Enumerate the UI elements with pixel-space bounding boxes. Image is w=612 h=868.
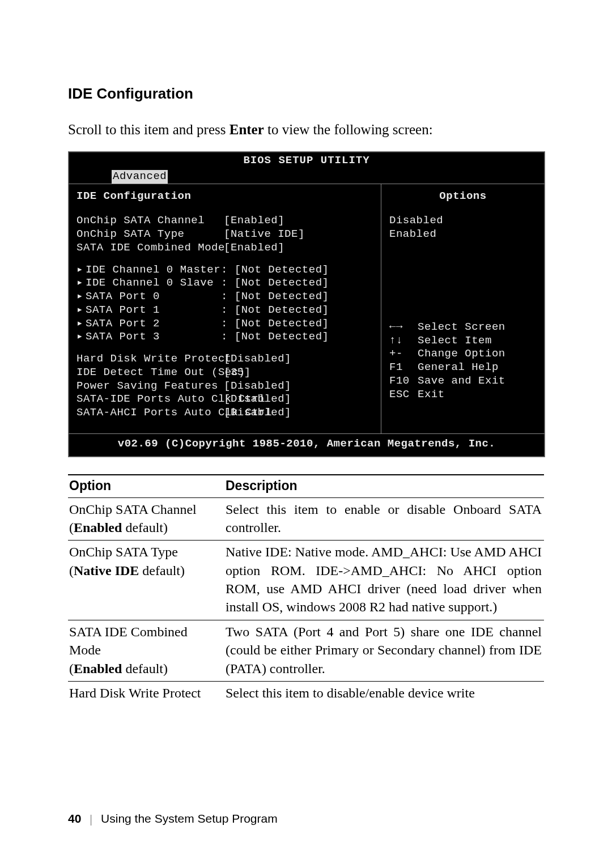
bios-setting-value: [Enabled] <box>224 241 284 255</box>
bios-device-row[interactable]: ▸IDE Channel 0 Master: [Not Detected] <box>76 263 373 277</box>
option-name: Hard Disk Write Protect <box>69 686 201 700</box>
bios-setting-row[interactable]: SATA-IDE Ports Auto Clk Ctrl[Disabled] <box>76 393 373 406</box>
bios-action-label: Change Option <box>418 347 505 361</box>
bios-setting-value: [35] <box>224 366 251 380</box>
bios-action-row: ←→Select Screen <box>389 321 537 334</box>
bios-setting-row[interactable]: OnChip SATA Type[Native IDE] <box>76 228 373 241</box>
bios-device-row[interactable]: ▸SATA Port 2: [Not Detected] <box>76 317 373 331</box>
bios-option-value[interactable]: Enabled <box>389 228 537 241</box>
bios-setting-label: IDE Detect Time Out (Sec) <box>76 366 224 380</box>
bios-device-value: [Not Detected] <box>235 304 329 317</box>
bios-setting-row[interactable]: OnChip SATA Channel[Enabled] <box>76 214 373 228</box>
bios-left-pane: IDE Configuration OnChip SATA Channel[En… <box>69 184 381 433</box>
intro-prefix: Scroll to this item and press <box>68 122 230 137</box>
bios-setting-value: [Disabled] <box>224 406 291 420</box>
option-name: SATA IDE Combined Mode <box>69 624 188 657</box>
bios-device-value: [Not Detected] <box>235 263 329 277</box>
footer-separator: | <box>84 812 98 826</box>
table-option-cell: Hard Disk Write Protect <box>68 682 224 706</box>
option-default-tail: default) <box>122 661 168 676</box>
bios-action-row: ↑↓Select Item <box>389 334 537 348</box>
bios-device-value: [Not Detected] <box>235 317 329 331</box>
page-number: 40 <box>68 812 81 825</box>
submenu-arrow-icon: ▸ <box>76 263 86 277</box>
intro-text: Scroll to this item and press Enter to v… <box>68 122 544 138</box>
bios-action-key: F10 <box>389 375 418 388</box>
bios-right-pane: Options Disabled Enabled ←→Select Screen… <box>381 184 545 433</box>
table-row: SATA IDE Combined Mode (Enabled default)… <box>68 620 544 681</box>
bios-setting-value: [Disabled] <box>224 380 291 393</box>
bios-device-value: [Not Detected] <box>235 290 329 304</box>
bios-setting-label: Hard Disk Write Protect <box>76 352 224 366</box>
table-head-description: Description <box>224 475 544 498</box>
bios-action-row: ESCExit <box>389 388 537 402</box>
bios-action-label: General Help <box>418 361 499 375</box>
table-desc-cell: Select this item to disable/enable devic… <box>224 682 544 706</box>
option-default-bold: Enabled <box>74 520 122 535</box>
bios-setting-label: SATA IDE Combined Mode <box>76 241 224 255</box>
bios-action-row: +-Change Option <box>389 347 537 361</box>
bios-setting-row[interactable]: IDE Detect Time Out (Sec)[35] <box>76 366 373 380</box>
bios-setting-value: [Disabled] <box>224 352 291 366</box>
bios-title: BIOS SETUP UTILITY <box>69 152 545 170</box>
bios-action-row: F10Save and Exit <box>389 375 537 388</box>
bios-setting-label: SATA-AHCI Ports Auto Clk Ctrl <box>76 406 224 420</box>
bios-device-label: SATA Port 3 <box>86 330 160 343</box>
bios-action-label: Select Item <box>418 334 492 348</box>
bios-device-row[interactable]: ▸SATA Port 3: [Not Detected] <box>76 330 373 344</box>
bios-options-header: Options <box>389 190 537 203</box>
submenu-arrow-icon: ▸ <box>76 330 86 344</box>
chapter-title: Using the System Setup Program <box>101 812 278 825</box>
table-desc-cell: Select this item to enable or disable On… <box>224 497 544 541</box>
submenu-arrow-icon: ▸ <box>76 317 86 331</box>
bios-device-row[interactable]: ▸IDE Channel 0 Slave: [Not Detected] <box>76 276 373 290</box>
bios-setting-value: [Disabled] <box>224 393 291 406</box>
bios-action-key: F1 <box>389 361 418 375</box>
bios-device-value: [Not Detected] <box>235 276 329 290</box>
bios-device-label: IDE Channel 0 Master <box>86 263 220 276</box>
option-default-tail: default) <box>122 520 168 535</box>
bios-copyright: v02.69 (C)Copyright 1985-2010, American … <box>69 434 545 457</box>
submenu-arrow-icon: ▸ <box>76 304 86 317</box>
table-option-cell: OnChip SATA Channel (Enabled default) <box>68 497 224 541</box>
table-desc-cell: Native IDE: Native mode. AMD_AHCI: Use A… <box>224 541 544 620</box>
table-head-option: Option <box>68 475 224 498</box>
bios-action-label: Exit <box>418 388 445 402</box>
table-row: OnChip SATA Type (Native IDE default) Na… <box>68 541 544 620</box>
section-heading: IDE Configuration <box>68 85 544 103</box>
option-default-bold: Native IDE <box>74 563 139 578</box>
bios-setting-label: OnChip SATA Type <box>76 228 224 241</box>
bios-tab-bar: Advanced <box>69 170 545 184</box>
bios-device-row[interactable]: ▸SATA Port 0: [Not Detected] <box>76 290 373 304</box>
intro-suffix: to view the following screen: <box>264 122 433 137</box>
option-name: OnChip SATA Type <box>69 544 178 559</box>
bios-device-label: SATA Port 2 <box>86 317 160 330</box>
bios-device-label: SATA Port 0 <box>86 290 160 303</box>
bios-setting-row[interactable]: SATA IDE Combined Mode[Enabled] <box>76 241 373 255</box>
bios-action-key: ←→ <box>389 321 418 334</box>
option-default-bold: Enabled <box>74 661 122 676</box>
bios-setting-row[interactable]: Power Saving Features[Disabled] <box>76 380 373 393</box>
bios-device-row[interactable]: ▸SATA Port 1: [Not Detected] <box>76 304 373 317</box>
options-table: Option Description OnChip SATA Channel (… <box>68 474 544 706</box>
bios-setting-value: [Native IDE] <box>224 228 305 241</box>
bios-action-key: ESC <box>389 388 418 402</box>
bios-action-row: F1General Help <box>389 361 537 375</box>
bios-action-label: Select Screen <box>418 321 505 334</box>
bios-setting-row[interactable]: Hard Disk Write Protect[Disabled] <box>76 352 373 366</box>
bios-tab-advanced[interactable]: Advanced <box>112 170 168 184</box>
page-footer: 40 | Using the System Setup Program <box>68 812 278 826</box>
option-default-tail: default) <box>139 563 185 578</box>
bios-setting-label: Power Saving Features <box>76 380 224 393</box>
enter-key-label: Enter <box>230 122 264 137</box>
bios-action-key: ↑↓ <box>389 334 418 348</box>
bios-setting-row[interactable]: SATA-AHCI Ports Auto Clk Ctrl[Disabled] <box>76 406 373 420</box>
bios-action-label: Save and Exit <box>418 375 505 388</box>
bios-device-label: SATA Port 1 <box>86 304 160 316</box>
bios-option-value[interactable]: Disabled <box>389 214 537 228</box>
table-option-cell: OnChip SATA Type (Native IDE default) <box>68 541 224 620</box>
bios-setting-label: SATA-IDE Ports Auto Clk Ctrl <box>76 393 224 406</box>
bios-device-label: IDE Channel 0 Slave <box>86 276 214 289</box>
table-row: OnChip SATA Channel (Enabled default) Se… <box>68 497 544 541</box>
option-name: OnChip SATA Channel <box>69 502 197 517</box>
